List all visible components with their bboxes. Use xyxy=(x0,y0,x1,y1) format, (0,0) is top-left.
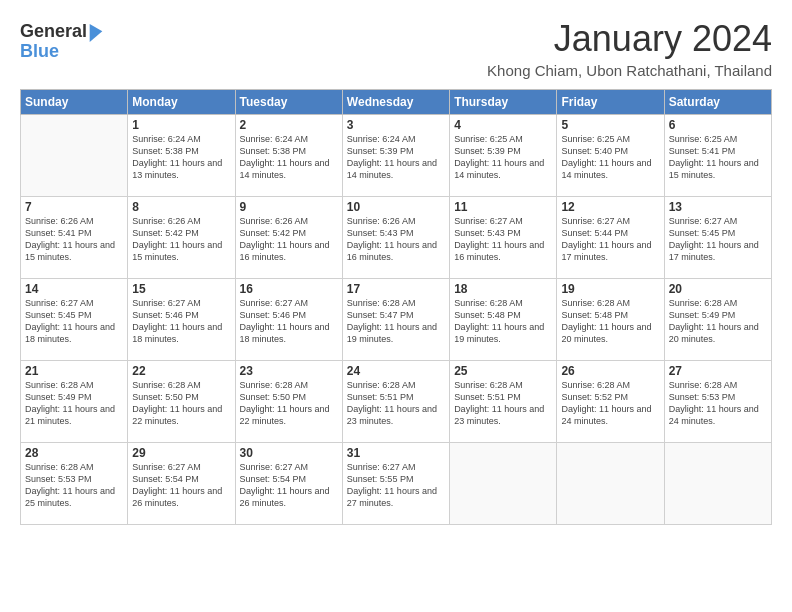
day-number: 4 xyxy=(454,118,552,132)
day-info: Sunrise: 6:27 AMSunset: 5:44 PMDaylight:… xyxy=(561,215,659,264)
calendar-cell: 19Sunrise: 6:28 AMSunset: 5:48 PMDayligh… xyxy=(557,279,664,361)
calendar-cell: 15Sunrise: 6:27 AMSunset: 5:46 PMDayligh… xyxy=(128,279,235,361)
day-number: 22 xyxy=(132,364,230,378)
location-title: Khong Chiam, Ubon Ratchathani, Thailand xyxy=(487,62,772,79)
logo-text: General Blue xyxy=(20,22,87,62)
day-number: 8 xyxy=(132,200,230,214)
day-number: 18 xyxy=(454,282,552,296)
day-number: 11 xyxy=(454,200,552,214)
day-number: 21 xyxy=(25,364,123,378)
calendar-cell: 7Sunrise: 6:26 AMSunset: 5:41 PMDaylight… xyxy=(21,197,128,279)
day-info: Sunrise: 6:27 AMSunset: 5:54 PMDaylight:… xyxy=(240,461,338,510)
calendar-cell: 14Sunrise: 6:27 AMSunset: 5:45 PMDayligh… xyxy=(21,279,128,361)
day-info: Sunrise: 6:28 AMSunset: 5:51 PMDaylight:… xyxy=(454,379,552,428)
day-number: 20 xyxy=(669,282,767,296)
calendar-cell: 9Sunrise: 6:26 AMSunset: 5:42 PMDaylight… xyxy=(235,197,342,279)
calendar-cell xyxy=(21,115,128,197)
calendar-cell: 20Sunrise: 6:28 AMSunset: 5:49 PMDayligh… xyxy=(664,279,771,361)
month-title: January 2024 xyxy=(487,18,772,60)
header-sunday: Sunday xyxy=(21,90,128,115)
day-number: 19 xyxy=(561,282,659,296)
day-number: 29 xyxy=(132,446,230,460)
calendar-cell: 4Sunrise: 6:25 AMSunset: 5:39 PMDaylight… xyxy=(450,115,557,197)
calendar-cell: 17Sunrise: 6:28 AMSunset: 5:47 PMDayligh… xyxy=(342,279,449,361)
day-number: 9 xyxy=(240,200,338,214)
day-number: 27 xyxy=(669,364,767,378)
header-friday: Friday xyxy=(557,90,664,115)
day-number: 3 xyxy=(347,118,445,132)
day-number: 24 xyxy=(347,364,445,378)
day-number: 14 xyxy=(25,282,123,296)
calendar-week-3: 21Sunrise: 6:28 AMSunset: 5:49 PMDayligh… xyxy=(21,361,772,443)
calendar-cell xyxy=(557,443,664,525)
day-number: 15 xyxy=(132,282,230,296)
logo-general: General xyxy=(20,22,87,42)
logo-blue: Blue xyxy=(20,42,87,62)
day-info: Sunrise: 6:28 AMSunset: 5:50 PMDaylight:… xyxy=(240,379,338,428)
day-info: Sunrise: 6:26 AMSunset: 5:43 PMDaylight:… xyxy=(347,215,445,264)
calendar-cell xyxy=(664,443,771,525)
day-number: 23 xyxy=(240,364,338,378)
calendar-cell: 26Sunrise: 6:28 AMSunset: 5:52 PMDayligh… xyxy=(557,361,664,443)
day-number: 16 xyxy=(240,282,338,296)
day-info: Sunrise: 6:24 AMSunset: 5:39 PMDaylight:… xyxy=(347,133,445,182)
day-info: Sunrise: 6:26 AMSunset: 5:42 PMDaylight:… xyxy=(240,215,338,264)
calendar-cell: 2Sunrise: 6:24 AMSunset: 5:38 PMDaylight… xyxy=(235,115,342,197)
day-number: 10 xyxy=(347,200,445,214)
calendar-cell: 22Sunrise: 6:28 AMSunset: 5:50 PMDayligh… xyxy=(128,361,235,443)
day-number: 12 xyxy=(561,200,659,214)
svg-marker-0 xyxy=(90,24,103,42)
title-block: January 2024 Khong Chiam, Ubon Ratchatha… xyxy=(487,18,772,79)
calendar-cell: 16Sunrise: 6:27 AMSunset: 5:46 PMDayligh… xyxy=(235,279,342,361)
logo-icon xyxy=(89,24,103,42)
day-number: 31 xyxy=(347,446,445,460)
day-info: Sunrise: 6:28 AMSunset: 5:48 PMDaylight:… xyxy=(454,297,552,346)
calendar-cell: 3Sunrise: 6:24 AMSunset: 5:39 PMDaylight… xyxy=(342,115,449,197)
day-info: Sunrise: 6:28 AMSunset: 5:52 PMDaylight:… xyxy=(561,379,659,428)
day-info: Sunrise: 6:28 AMSunset: 5:51 PMDaylight:… xyxy=(347,379,445,428)
day-info: Sunrise: 6:26 AMSunset: 5:42 PMDaylight:… xyxy=(132,215,230,264)
calendar-cell: 31Sunrise: 6:27 AMSunset: 5:55 PMDayligh… xyxy=(342,443,449,525)
day-info: Sunrise: 6:27 AMSunset: 5:45 PMDaylight:… xyxy=(25,297,123,346)
day-number: 13 xyxy=(669,200,767,214)
calendar-cell: 5Sunrise: 6:25 AMSunset: 5:40 PMDaylight… xyxy=(557,115,664,197)
header-saturday: Saturday xyxy=(664,90,771,115)
day-info: Sunrise: 6:28 AMSunset: 5:49 PMDaylight:… xyxy=(25,379,123,428)
calendar-week-2: 14Sunrise: 6:27 AMSunset: 5:45 PMDayligh… xyxy=(21,279,772,361)
day-info: Sunrise: 6:27 AMSunset: 5:54 PMDaylight:… xyxy=(132,461,230,510)
calendar-cell: 11Sunrise: 6:27 AMSunset: 5:43 PMDayligh… xyxy=(450,197,557,279)
day-info: Sunrise: 6:28 AMSunset: 5:53 PMDaylight:… xyxy=(669,379,767,428)
header-tuesday: Tuesday xyxy=(235,90,342,115)
day-number: 5 xyxy=(561,118,659,132)
calendar-header-row: Sunday Monday Tuesday Wednesday Thursday… xyxy=(21,90,772,115)
day-info: Sunrise: 6:25 AMSunset: 5:41 PMDaylight:… xyxy=(669,133,767,182)
day-number: 30 xyxy=(240,446,338,460)
calendar-cell: 21Sunrise: 6:28 AMSunset: 5:49 PMDayligh… xyxy=(21,361,128,443)
logo: General Blue xyxy=(20,22,103,62)
calendar-cell: 12Sunrise: 6:27 AMSunset: 5:44 PMDayligh… xyxy=(557,197,664,279)
day-number: 2 xyxy=(240,118,338,132)
calendar: Sunday Monday Tuesday Wednesday Thursday… xyxy=(20,89,772,525)
calendar-week-4: 28Sunrise: 6:28 AMSunset: 5:53 PMDayligh… xyxy=(21,443,772,525)
day-info: Sunrise: 6:27 AMSunset: 5:43 PMDaylight:… xyxy=(454,215,552,264)
day-info: Sunrise: 6:25 AMSunset: 5:40 PMDaylight:… xyxy=(561,133,659,182)
day-info: Sunrise: 6:27 AMSunset: 5:46 PMDaylight:… xyxy=(240,297,338,346)
calendar-cell: 23Sunrise: 6:28 AMSunset: 5:50 PMDayligh… xyxy=(235,361,342,443)
day-info: Sunrise: 6:26 AMSunset: 5:41 PMDaylight:… xyxy=(25,215,123,264)
calendar-cell: 1Sunrise: 6:24 AMSunset: 5:38 PMDaylight… xyxy=(128,115,235,197)
header: General Blue January 2024 Khong Chiam, U… xyxy=(20,18,772,79)
day-info: Sunrise: 6:27 AMSunset: 5:46 PMDaylight:… xyxy=(132,297,230,346)
calendar-cell: 30Sunrise: 6:27 AMSunset: 5:54 PMDayligh… xyxy=(235,443,342,525)
day-number: 25 xyxy=(454,364,552,378)
calendar-cell: 18Sunrise: 6:28 AMSunset: 5:48 PMDayligh… xyxy=(450,279,557,361)
page: General Blue January 2024 Khong Chiam, U… xyxy=(0,0,792,612)
day-info: Sunrise: 6:28 AMSunset: 5:47 PMDaylight:… xyxy=(347,297,445,346)
calendar-cell: 6Sunrise: 6:25 AMSunset: 5:41 PMDaylight… xyxy=(664,115,771,197)
day-info: Sunrise: 6:28 AMSunset: 5:49 PMDaylight:… xyxy=(669,297,767,346)
calendar-cell: 24Sunrise: 6:28 AMSunset: 5:51 PMDayligh… xyxy=(342,361,449,443)
calendar-week-0: 1Sunrise: 6:24 AMSunset: 5:38 PMDaylight… xyxy=(21,115,772,197)
day-number: 17 xyxy=(347,282,445,296)
day-info: Sunrise: 6:28 AMSunset: 5:48 PMDaylight:… xyxy=(561,297,659,346)
calendar-cell: 25Sunrise: 6:28 AMSunset: 5:51 PMDayligh… xyxy=(450,361,557,443)
calendar-cell: 29Sunrise: 6:27 AMSunset: 5:54 PMDayligh… xyxy=(128,443,235,525)
